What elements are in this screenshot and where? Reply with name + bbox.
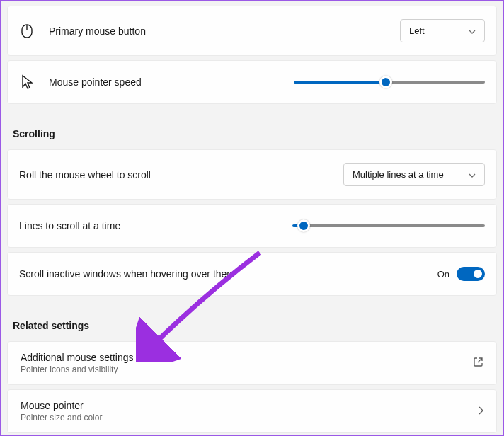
link-subtitle: Pointer icons and visibility bbox=[21, 365, 473, 374]
open-external-icon bbox=[473, 357, 483, 369]
link-additional-mouse-settings[interactable]: Additional mouse settings Pointer icons … bbox=[7, 341, 497, 385]
primary-button-select[interactable]: Left bbox=[400, 19, 485, 42]
setting-label: Scroll inactive windows when hovering ov… bbox=[19, 268, 437, 280]
section-scrolling-title: Scrolling bbox=[7, 108, 497, 149]
cursor-icon bbox=[19, 74, 35, 90]
toggle-knob bbox=[474, 270, 482, 278]
setting-wheel-scroll: Roll the mouse wheel to scroll Multiple … bbox=[7, 149, 497, 200]
wheel-scroll-select[interactable]: Multiple lines at a time bbox=[343, 163, 485, 186]
slider-thumb[interactable] bbox=[379, 76, 392, 88]
chevron-right-icon bbox=[478, 406, 483, 417]
section-related-title: Related settings bbox=[7, 300, 497, 341]
slider-thumb[interactable] bbox=[297, 219, 310, 232]
chevron-down-icon bbox=[469, 25, 476, 36]
scroll-inactive-toggle[interactable] bbox=[457, 267, 485, 281]
setting-lines-to-scroll: Lines to scroll at a time bbox=[7, 204, 497, 248]
setting-label: Primary mouse button bbox=[49, 25, 400, 37]
setting-label: Lines to scroll at a time bbox=[19, 220, 294, 231]
select-value: Multiple lines at a time bbox=[353, 169, 444, 180]
link-title: Mouse pointer bbox=[21, 400, 478, 411]
slider-track bbox=[294, 224, 485, 227]
setting-primary-mouse-button: Primary mouse button Left bbox=[7, 6, 497, 56]
link-subtitle: Pointer size and color bbox=[21, 413, 478, 423]
mouse-icon bbox=[19, 23, 35, 39]
setting-label: Roll the mouse wheel to scroll bbox=[19, 169, 343, 180]
pointer-speed-slider[interactable] bbox=[294, 75, 485, 89]
lines-scroll-slider[interactable] bbox=[294, 219, 485, 233]
setting-label: Mouse pointer speed bbox=[49, 76, 294, 88]
link-title: Additional mouse settings bbox=[21, 352, 473, 363]
setting-scroll-inactive: Scroll inactive windows when hovering ov… bbox=[7, 252, 497, 296]
chevron-down-icon bbox=[469, 169, 476, 180]
slider-fill bbox=[294, 81, 386, 84]
toggle-state-text: On bbox=[437, 269, 449, 280]
setting-pointer-speed: Mouse pointer speed bbox=[7, 60, 497, 104]
select-value: Left bbox=[409, 25, 425, 36]
link-mouse-pointer[interactable]: Mouse pointer Pointer size and color bbox=[7, 389, 497, 433]
